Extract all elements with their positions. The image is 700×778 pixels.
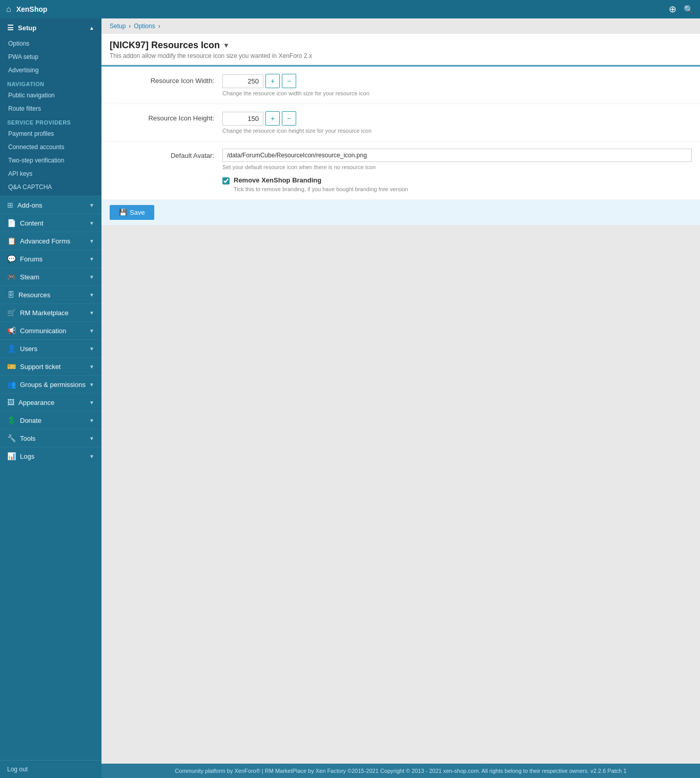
qa-captcha[interactable]: Q&A CAPTCHA bbox=[0, 180, 101, 196]
sidebar-item-addons[interactable]: ⊞ Add-ons ▼ bbox=[0, 196, 101, 214]
site-name: XenShop bbox=[16, 5, 48, 13]
support-ticket-label: Support ticket bbox=[20, 363, 61, 371]
steam-icon: 🎮 bbox=[7, 273, 16, 281]
navigation-category: Navigation bbox=[0, 77, 101, 89]
content-icon: 📄 bbox=[7, 219, 16, 227]
height-label: Resource Icon Height: bbox=[110, 111, 222, 122]
addon-icon[interactable]: ⊕ bbox=[669, 4, 676, 15]
height-row: Resource Icon Height: + − Change the res… bbox=[101, 104, 700, 141]
advanced-forms-chevron-icon: ▼ bbox=[89, 238, 94, 244]
resources-icon: 🗄 bbox=[7, 291, 14, 299]
height-input-group: + − bbox=[222, 111, 692, 126]
form-footer: 💾 Save bbox=[101, 200, 700, 225]
route-filters[interactable]: Route filters bbox=[0, 102, 101, 115]
resources-chevron-icon: ▼ bbox=[89, 292, 94, 298]
sidebar-item-donate[interactable]: 💲 Donate ▼ bbox=[0, 411, 101, 429]
sidebar-item-resources[interactable]: 🗄 Resources ▼ bbox=[0, 285, 101, 303]
save-icon: 💾 bbox=[119, 209, 127, 216]
save-button[interactable]: 💾 Save bbox=[110, 205, 154, 220]
setup-chevron-icon: ▲ bbox=[89, 25, 94, 31]
addons-icon: ⊞ bbox=[7, 201, 13, 209]
sidebar-item-rm-marketplace[interactable]: 🛒 RM Marketplace ▼ bbox=[0, 303, 101, 321]
topbar-right: ⊕ 🔍 bbox=[669, 4, 694, 15]
logs-label: Logs bbox=[20, 453, 34, 460]
sidebar-item-users[interactable]: 👤 Users ▼ bbox=[0, 339, 101, 357]
sidebar-item-steam[interactable]: 🎮 Steam ▼ bbox=[0, 268, 101, 285]
sidebar-item-content[interactable]: 📄 Content ▼ bbox=[0, 214, 101, 232]
width-hint: Change the resource icon width size for … bbox=[222, 90, 692, 96]
home-icon[interactable]: ⌂ bbox=[6, 5, 11, 14]
footer-text: Community platform by XenForo® | RM Mark… bbox=[175, 768, 626, 774]
donate-label: Donate bbox=[20, 417, 42, 424]
topbar: ⌂ XenShop ⊕ 🔍 bbox=[0, 0, 700, 18]
sidebar-item-communication[interactable]: 📢 Communication ▼ bbox=[0, 321, 101, 339]
width-minus-button[interactable]: − bbox=[282, 74, 296, 88]
height-minus-button[interactable]: − bbox=[282, 111, 296, 126]
users-chevron-icon: ▼ bbox=[89, 346, 94, 352]
two-step-verification[interactable]: Two-step verification bbox=[0, 154, 101, 167]
setup-options[interactable]: Options bbox=[0, 37, 101, 50]
payment-profiles[interactable]: Payment profiles bbox=[0, 127, 101, 140]
breadcrumb: Setup › Options › bbox=[101, 18, 700, 34]
width-input[interactable] bbox=[222, 74, 263, 88]
groups-permissions-icon: 👥 bbox=[7, 380, 16, 388]
breadcrumb-setup[interactable]: Setup bbox=[110, 23, 126, 30]
avatar-label: Default Avatar: bbox=[110, 149, 222, 159]
setup-icon: ☰ bbox=[7, 24, 14, 32]
communication-label: Communication bbox=[20, 327, 66, 335]
appearance-label: Appearance bbox=[18, 399, 54, 406]
sidebar: ☰ Setup ▲ Options PWA setup Advertising … bbox=[0, 18, 101, 778]
branding-label[interactable]: Remove XenShop Branding bbox=[234, 176, 321, 184]
height-hint: Change the resource icon height size for… bbox=[222, 128, 692, 134]
sidebar-item-advanced-forms[interactable]: 📋 Advanced Forms ▼ bbox=[0, 232, 101, 250]
groups-permissions-chevron-icon: ▼ bbox=[89, 382, 94, 387]
page-title-dropdown-icon[interactable]: ▼ bbox=[223, 42, 230, 49]
api-keys[interactable]: API keys bbox=[0, 167, 101, 180]
setup-pwa-setup[interactable]: PWA setup bbox=[0, 50, 101, 64]
steam-label: Steam bbox=[20, 273, 39, 281]
page-footer: Community platform by XenForo® | RM Mark… bbox=[101, 764, 700, 778]
setup-label: Setup bbox=[18, 24, 36, 32]
form-panel: Resource Icon Width: + − Change the reso… bbox=[101, 65, 700, 225]
appearance-icon: 🖼 bbox=[7, 398, 14, 406]
height-field: + − Change the resource icon height size… bbox=[222, 111, 692, 134]
public-navigation[interactable]: Public navigation bbox=[0, 89, 101, 102]
branding-checkbox[interactable] bbox=[222, 177, 230, 185]
width-plus-button[interactable]: + bbox=[265, 74, 280, 88]
height-input[interactable] bbox=[222, 112, 263, 126]
branding-hint: Tick this to remove branding, if you hav… bbox=[234, 186, 408, 192]
breadcrumb-options[interactable]: Options bbox=[134, 23, 155, 30]
page-title: [NICK97] Resources Icon ▼ bbox=[110, 40, 692, 51]
communication-icon: 📢 bbox=[7, 326, 16, 335]
logout-button[interactable]: Log out bbox=[0, 760, 101, 778]
sidebar-item-groups-permissions[interactable]: 👥 Groups & permissions ▼ bbox=[0, 375, 101, 393]
rm-marketplace-chevron-icon: ▼ bbox=[89, 310, 94, 316]
support-ticket-icon: 🎫 bbox=[7, 362, 16, 371]
sidebar-item-support-ticket[interactable]: 🎫 Support ticket ▼ bbox=[0, 357, 101, 375]
forums-chevron-icon: ▼ bbox=[89, 256, 94, 262]
connected-accounts[interactable]: Connected accounts bbox=[0, 140, 101, 154]
support-ticket-chevron-icon: ▼ bbox=[89, 364, 94, 370]
branding-checkbox-row: Remove XenShop Branding Tick this to rem… bbox=[222, 176, 692, 192]
rm-marketplace-label: RM Marketplace bbox=[20, 309, 69, 317]
sidebar-item-logs[interactable]: 📊 Logs ▼ bbox=[0, 447, 101, 465]
users-icon: 👤 bbox=[7, 344, 16, 353]
page-title-text: [NICK97] Resources Icon bbox=[110, 40, 220, 51]
steam-chevron-icon: ▼ bbox=[89, 274, 94, 280]
width-field: + − Change the resource icon width size … bbox=[222, 74, 692, 96]
avatar-input[interactable] bbox=[222, 149, 692, 162]
forums-icon: 💬 bbox=[7, 255, 16, 263]
main-layout: ☰ Setup ▲ Options PWA setup Advertising … bbox=[0, 18, 700, 778]
logs-icon: 📊 bbox=[7, 452, 16, 460]
resources-label: Resources bbox=[18, 291, 50, 299]
sidebar-item-tools[interactable]: 🔧 Tools ▼ bbox=[0, 429, 101, 447]
rm-marketplace-icon: 🛒 bbox=[7, 309, 16, 317]
sidebar-item-forums[interactable]: 💬 Forums ▼ bbox=[0, 250, 101, 268]
setup-section-header[interactable]: ☰ Setup ▲ bbox=[0, 18, 101, 37]
search-icon[interactable]: 🔍 bbox=[684, 5, 694, 14]
height-plus-button[interactable]: + bbox=[265, 111, 280, 126]
setup-advertising[interactable]: Advertising bbox=[0, 64, 101, 77]
width-label: Resource Icon Width: bbox=[110, 74, 222, 85]
sidebar-item-appearance[interactable]: 🖼 Appearance ▼ bbox=[0, 393, 101, 411]
advanced-forms-icon: 📋 bbox=[7, 237, 16, 245]
